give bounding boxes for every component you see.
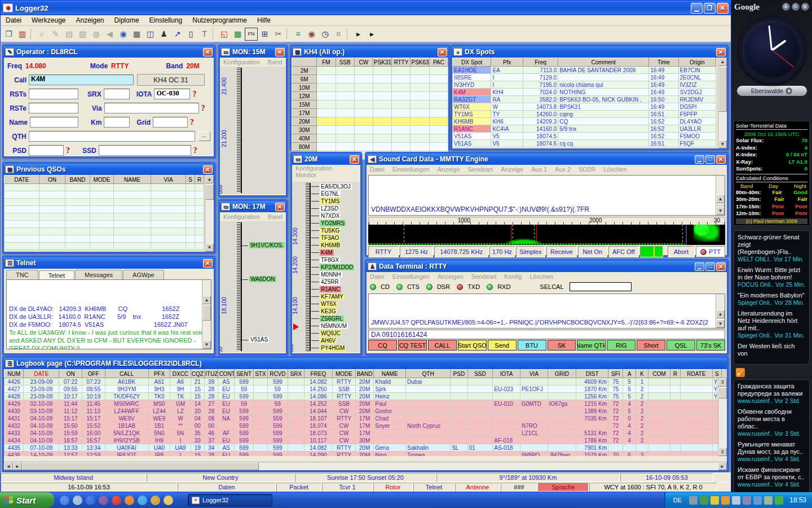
- wmp-icon[interactable]: [86, 496, 95, 505]
- chevron-down-icon[interactable]: ▼: [785, 87, 792, 94]
- dx-spot-row[interactable]: EA1HOEEA7113.0BAHIA DE SANTANDER 200916:…: [453, 67, 716, 74]
- macro-call[interactable]: CALL: [428, 340, 457, 351]
- menu-konfiguration[interactable]: Konfiguration: [223, 213, 260, 220]
- previous-qsos-row[interactable]: [5, 191, 204, 199]
- dx-spot-call[interactable]: RA3ZGT: [453, 96, 491, 103]
- band-label[interactable]: 40M: [292, 134, 317, 143]
- news-item[interactable]: Literatursendung im Netz Heidenreich hör…: [738, 310, 806, 339]
- scroll-up-icon[interactable]: ▲: [205, 175, 214, 183]
- find-icon[interactable]: ⌕: [36, 28, 48, 41]
- dx-spot-row[interactable]: V51ASV518074.5cq cq16:51F5QF: [453, 140, 716, 147]
- macro-name-qth[interactable]: Name QTH: [577, 340, 606, 351]
- dx-spot-call[interactable]: II8SRE: [453, 74, 491, 81]
- arrow-right-icon[interactable]: ▸: [352, 28, 365, 41]
- ie-icon[interactable]: [60, 496, 69, 505]
- save-icon[interactable]: ▥: [16, 28, 29, 41]
- dx-spot-row[interactable]: R1ANCKC4\A14160.05/9 tnx16:52UA3LLR: [453, 125, 716, 133]
- dx-spot-row[interactable]: WT6XW14073.8BPSK3116:49DG5PI: [453, 103, 716, 111]
- qsl-icon[interactable]: ◍: [90, 28, 103, 41]
- band-label[interactable]: 6M: [292, 75, 317, 84]
- srx-input[interactable]: [104, 89, 130, 99]
- dx-spot-call[interactable]: EA1HOE: [453, 67, 491, 74]
- globe-icon[interactable]: ◉: [117, 28, 130, 41]
- data-terminal-tx-line[interactable]: DA 091016161424: [368, 330, 725, 339]
- tab-agwpe[interactable]: AGWpe: [123, 270, 164, 279]
- mmtty-net-on-button[interactable]: Net On: [578, 246, 607, 257]
- tray-chrome-icon[interactable]: [700, 496, 708, 505]
- operators-icon[interactable]: ♟: [157, 28, 170, 41]
- dx-spot-call[interactable]: WT6X: [453, 103, 491, 111]
- telnet-titlebar[interactable]: ☷ Telnet ✕: [4, 257, 214, 269]
- logbook-row[interactable]: 443003-10-0911:1211:13LZ44WFFLZ44LZ2028E…: [5, 408, 727, 415]
- menu-datei[interactable]: Datei: [370, 166, 385, 173]
- mon-17m-close-icon[interactable]: ✕: [275, 203, 285, 211]
- news-item[interactable]: Гражданска защита предупреди за валежиww…: [738, 383, 806, 404]
- bandmap-spot[interactable]: V51AS: [249, 336, 269, 343]
- mmtty-spectrum[interactable]: 1000200030: [368, 217, 725, 245]
- tray-update-icon[interactable]: [775, 496, 783, 505]
- hscroll-left-icon[interactable]: ◄: [4, 462, 13, 470]
- logbook-row[interactable]: 443507-10-0913:3313:34UA0FAIUA0UA91934AS…: [5, 444, 727, 452]
- clock-icon[interactable]: ◷: [319, 28, 332, 41]
- bandmap-spot[interactable]: N7XDX: [320, 213, 341, 219]
- rsts-input[interactable]: [29, 89, 78, 99]
- menu-konfiguration[interactable]: Konfiguration: [223, 59, 260, 65]
- taskbar-app-button[interactable]: ✳ Logger32: [188, 494, 272, 506]
- logbook-row[interactable]: 443404-10-0916:5716:57IH9/I2YSBIH9I3337E…: [5, 437, 727, 444]
- clock-city-label[interactable]: Eberswalde ▼: [737, 86, 807, 96]
- menu-sendeart[interactable]: Sendeart: [471, 273, 497, 280]
- status--[interactable]: ###: [501, 483, 537, 492]
- band-label[interactable]: 15M: [292, 100, 317, 109]
- menu-so2r[interactable]: SO2R: [579, 166, 595, 173]
- menu-einstellungen[interactable]: Einstellungen: [392, 273, 430, 280]
- rste-input[interactable]: [29, 103, 78, 113]
- mon-15m-titlebar[interactable]: ▭ MON: 15M ✕: [220, 46, 286, 58]
- bandmap-20m-canvas[interactable]: 14.30014.20014.100000EA5/DL3OJEG7NLTY1MS…: [292, 182, 360, 352]
- tab-tnc[interactable]: TNC: [6, 270, 38, 279]
- macro-73-s-sk[interactable]: 73's SK: [696, 340, 725, 351]
- news-headline[interactable]: Гражданска защита предупреди за валежи: [738, 383, 806, 397]
- bandmap-spot[interactable]: N5MNX/M: [320, 323, 348, 329]
- bandmap-spot[interactable]: KE3G: [320, 308, 337, 314]
- logbook-row[interactable]: 443614-10-0912:5712:59IR8JOTIR8I1528EU59…: [5, 452, 727, 457]
- arrow-right2-icon[interactable]: ▸: [365, 28, 378, 41]
- grid-help[interactable]: ?: [190, 118, 194, 127]
- ssd-input[interactable]: [99, 145, 191, 156]
- dx-spot-call[interactable]: K4M: [453, 89, 491, 96]
- via-help[interactable]: ?: [201, 104, 205, 113]
- bandmap-spot[interactable]: 9H1VC/KOS.: [249, 242, 285, 248]
- news-headline[interactable]: Schwarz-grüner Senat zeigt (Regenbogen-)…: [738, 234, 806, 256]
- previous-qsos-row[interactable]: [5, 184, 204, 191]
- qth-more-button[interactable]: ...: [198, 132, 210, 141]
- start-button[interactable]: Start: [0, 492, 54, 508]
- menu-einstellungen[interactable]: Einstellungen: [392, 166, 430, 173]
- status-16-10-09-16-53[interactable]: 16-10-09 16:53: [1, 483, 177, 492]
- map-report-icon[interactable]: ◫: [144, 28, 157, 41]
- dx-spot-row[interactable]: TY1MSTY14260.0cqing16:51F5PFP: [453, 111, 716, 118]
- psd-help[interactable]: ?: [66, 146, 70, 155]
- hscroll-right-icon[interactable]: ►: [718, 462, 727, 470]
- mmtty-14078-725-khz-button[interactable]: 14078.725 KHz: [434, 246, 488, 257]
- tray-display-icon[interactable]: [689, 496, 698, 505]
- bandmap-spot[interactable]: KF7AMY: [320, 294, 345, 300]
- tcvr-icon[interactable]: ▯: [184, 28, 197, 41]
- data-terminal-maximize-icon[interactable]: □: [705, 262, 715, 271]
- tray-java-icon[interactable]: [743, 496, 751, 505]
- menu-datei[interactable]: Datei: [1, 15, 27, 25]
- minimize-button[interactable]: ▁: [691, 3, 703, 14]
- sidebar-minimize-icon[interactable]: −: [792, 3, 800, 11]
- globe2-icon[interactable]: ◉: [305, 28, 318, 41]
- data-terminal-rx-area[interactable]: ▲▼ JMWVJU4,5? QPDLPASUTKME)/805:=4-06=+1…: [368, 294, 725, 329]
- telnet-scrollbar[interactable]: ▲▼: [202, 280, 211, 349]
- bandmap-spot[interactable]: LZ3SD: [320, 205, 339, 212]
- grid-window-icon[interactable]: ⊞: [258, 28, 271, 41]
- bandmap-spot[interactable]: K4M: [320, 249, 334, 256]
- macro-send[interactable]: Send: [488, 340, 517, 351]
- quicktime-icon[interactable]: [73, 496, 82, 505]
- previous-qsos-row[interactable]: [5, 221, 204, 228]
- menu-konfig[interactable]: Konfig: [504, 273, 522, 280]
- bandmap-spot[interactable]: EA5/DL3OJ: [320, 183, 352, 190]
- abort-button[interactable]: Abort: [668, 246, 695, 257]
- tee-icon[interactable]: T: [198, 28, 211, 41]
- menu-diplome[interactable]: Diplome: [109, 15, 144, 25]
